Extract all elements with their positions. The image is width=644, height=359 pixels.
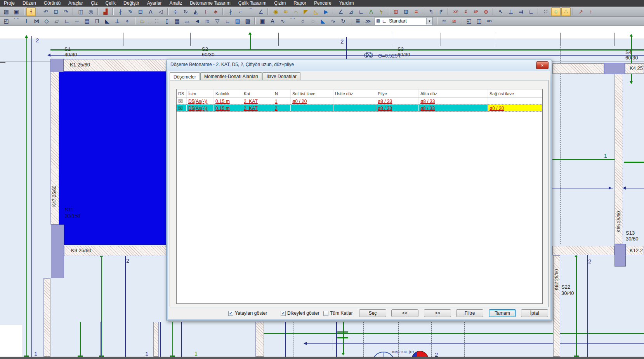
table-cell[interactable]: ø8 / 33 [376, 98, 419, 105]
corner2-icon[interactable]: ∟ [223, 17, 232, 25]
table-cell[interactable]: D5(As(-)) [187, 105, 214, 112]
truss-icon[interactable]: ⋈ [32, 17, 41, 25]
table-cell[interactable]: 1 [273, 98, 291, 105]
table-cell[interactable]: 0.15 m [214, 98, 242, 105]
open-icon[interactable]: ▨ [2, 7, 11, 16]
render-icon[interactable]: ▟ [101, 7, 110, 16]
fillet-icon[interactable]: ⌒ [246, 7, 255, 16]
column-insert-icon[interactable]: I [201, 7, 210, 16]
nav-button[interactable]: >> [424, 309, 451, 317]
menu-item-araçlar[interactable]: Araçlar [64, 0, 87, 7]
coord-3p-icon[interactable]: 3P [471, 7, 481, 16]
menu-item-pencere[interactable]: Pencere [310, 0, 335, 7]
parallel-icon[interactable]: ⇉ [516, 7, 526, 16]
menu-item-proje[interactable]: Proje [0, 0, 19, 7]
menu-item-yardım[interactable]: Yardım [335, 0, 358, 7]
point-insert-icon[interactable]: ↑ [586, 7, 595, 16]
table-cell[interactable]: 2 [273, 105, 291, 112]
hatch-icon[interactable]: ▨ [233, 17, 242, 25]
column-header[interactable]: Sol üst ilave [291, 89, 333, 97]
bend-left-icon[interactable]: ↰ [426, 7, 436, 16]
report-icon[interactable]: ≡ [411, 7, 421, 16]
coord-origin-icon[interactable]: ⊕ [481, 7, 491, 16]
coord-xy-icon[interactable]: XY [451, 7, 460, 16]
snap-grid-icon[interactable]: ∷ [541, 7, 550, 16]
pin-icon[interactable]: ◤ [301, 7, 311, 16]
menu-item-betonarme-tasarım[interactable]: Betonarme Tasarım [186, 0, 234, 7]
table-cell[interactable]: 2. KAT [242, 98, 273, 105]
menu-item-çelik-tasarım[interactable]: Çelik Tasarım [234, 0, 270, 7]
dim-style-icon[interactable]: AB [484, 17, 494, 25]
extend-icon[interactable]: ⌐ [236, 7, 245, 16]
ibeam-icon[interactable]: I [22, 17, 31, 25]
column-header[interactable]: İsim [187, 89, 214, 97]
lamp-icon[interactable]: ◉ [271, 7, 280, 16]
triangle-icon[interactable]: ◣ [318, 17, 328, 25]
row-check-cell[interactable]: ☒ [177, 105, 187, 112]
column-header[interactable]: Pilye [376, 89, 419, 97]
protractor-icon[interactable]: ◁ [156, 7, 165, 16]
compass-icon[interactable]: Λ [146, 7, 155, 16]
layers-icon[interactable]: ≣ [353, 17, 363, 25]
rotate-plus-icon[interactable]: ↻ [338, 17, 348, 25]
polygon-slab-icon[interactable]: ∟ [62, 17, 71, 25]
row-check-cell[interactable]: ☒ [177, 98, 187, 105]
frame-icon[interactable]: ▭ [137, 17, 147, 25]
table-icon[interactable]: ⊞ [401, 7, 411, 16]
row-checkbox-icon[interactable]: ☒ [178, 106, 183, 111]
rotate-icon[interactable]: ↻ [181, 7, 190, 16]
checkbox-t-m-katlar[interactable]: Tüm Katlar [323, 310, 353, 316]
chart-area-icon[interactable]: Λ [366, 7, 376, 16]
snap-node-icon[interactable]: ∴ [561, 7, 571, 16]
arc-icon[interactable]: ⌒ [288, 17, 297, 25]
table-cell[interactable]: ø0 / 20 [488, 105, 542, 112]
page-icon[interactable]: ◱ [464, 17, 474, 25]
move-icon[interactable]: ⊹ [171, 7, 180, 16]
wall-icon[interactable]: ◰ [2, 17, 11, 25]
menu-item-çizim[interactable]: Çizim [270, 0, 290, 7]
axis-draw-icon[interactable]: ∤ [116, 7, 125, 16]
slope-icon[interactable]: ≃ [439, 17, 449, 25]
spline-icon[interactable]: ∿ [328, 17, 338, 25]
tab-momentler-donat-alanlar-[interactable]: Momentler-Donatı Alanları [200, 72, 262, 80]
checkbox-box[interactable]: ✓ [228, 311, 233, 316]
menu-item-analiz[interactable]: Analiz [166, 0, 186, 7]
menu-item-düzen[interactable]: Düzen [19, 0, 40, 7]
chamfer-icon[interactable]: ∠ [256, 7, 266, 16]
zoom-window-icon[interactable]: ◫ [76, 7, 85, 16]
cloud-icon[interactable]: ◌ [308, 17, 318, 25]
step-icon[interactable]: ⊥ [506, 7, 516, 16]
table-row[interactable]: ☒D5(As(-))0.15 m2. KAT1ø0 / 20ø8 / 33ø8 … [177, 98, 542, 105]
layer-style-combobox[interactable]: ⊠⊏Standart▾ [375, 17, 433, 25]
arrow-solid-icon[interactable]: ▶ [321, 7, 331, 16]
paste-icon[interactable]: ⊟ [136, 7, 145, 16]
chart-moment-icon[interactable]: ∠ [336, 7, 345, 16]
checkbox-dikeyleri-g-ster[interactable]: ✓Dikeyleri göster [281, 310, 319, 316]
panel-zone-icon[interactable]: ◇ [42, 17, 51, 25]
grid-icon[interactable]: ▦ [172, 17, 182, 25]
table-cell[interactable] [333, 98, 376, 105]
column-header[interactable]: Sağ üst ilave [488, 89, 542, 97]
table-cell[interactable]: ø8 / 33 [419, 98, 488, 105]
polyline-icon[interactable]: ∿ [278, 17, 287, 25]
menu-item-ayarlar[interactable]: Ayarlar [143, 0, 166, 7]
se-button[interactable]: Seç [359, 309, 386, 317]
table-cell[interactable] [333, 105, 376, 112]
checkbox-yataylar-g-ster[interactable]: ✓Yatayları gö­ster [228, 310, 267, 316]
chart-p-icon[interactable]: ⊿ [346, 7, 356, 16]
corner-icon[interactable]: ∟ [526, 7, 536, 16]
section-icon[interactable]: Ɨ [26, 7, 36, 16]
circle-icon[interactable]: ○ [298, 17, 307, 25]
iptal-button[interactable]: İptal [521, 309, 548, 317]
ramp-icon[interactable]: ◺ [311, 7, 321, 16]
undo-box-icon[interactable]: ⊡ [51, 7, 61, 16]
coord-z-icon[interactable]: Z [461, 7, 470, 16]
stair-icon[interactable]: ▤ [82, 17, 92, 25]
nav-button[interactable]: << [391, 309, 418, 317]
checkbox-box[interactable] [323, 311, 328, 316]
menu-item-çiz[interactable]: Çiz [87, 0, 101, 7]
table-cell[interactable]: 0.15 m [214, 105, 242, 112]
slope2-icon[interactable]: ≅ [450, 17, 459, 25]
mirror-icon[interactable]: ◭ [191, 7, 200, 16]
table-add-icon[interactable]: ⊞ [391, 7, 401, 16]
